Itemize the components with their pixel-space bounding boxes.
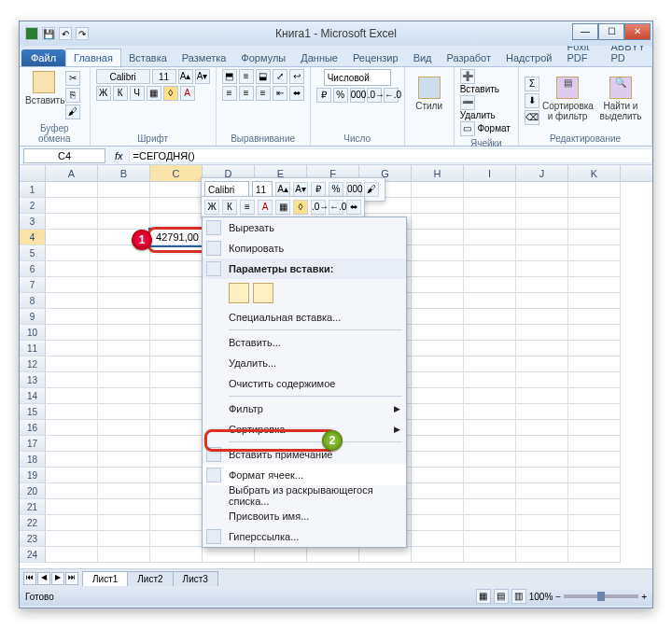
cell[interactable]: [464, 261, 516, 277]
cell[interactable]: [150, 261, 203, 277]
row-13[interactable]: 13: [20, 372, 46, 388]
row-22[interactable]: 22: [20, 515, 46, 531]
row-23[interactable]: 23: [20, 531, 46, 547]
thousands-icon[interactable]: 000: [350, 88, 365, 103]
cell[interactable]: [516, 404, 568, 420]
row-10[interactable]: 10: [20, 325, 46, 341]
align-right-icon[interactable]: ≡: [256, 86, 271, 101]
cell[interactable]: [46, 309, 98, 325]
cell[interactable]: [464, 356, 516, 372]
cell[interactable]: [568, 452, 621, 468]
cell[interactable]: [98, 372, 150, 388]
file-tab[interactable]: Файл: [21, 49, 65, 66]
cell[interactable]: [412, 452, 464, 468]
cell[interactable]: [150, 277, 203, 293]
cell[interactable]: [46, 214, 98, 230]
cell[interactable]: [568, 293, 621, 309]
cell[interactable]: [516, 436, 568, 452]
merge-icon[interactable]: ⬌: [289, 86, 304, 101]
cell[interactable]: [150, 404, 203, 420]
row-3[interactable]: 3: [20, 214, 46, 230]
row-8[interactable]: 8: [20, 293, 46, 309]
align-bottom-icon[interactable]: ⬓: [256, 69, 271, 84]
row-15[interactable]: 15: [20, 404, 46, 420]
cell[interactable]: [46, 341, 98, 356]
row-21[interactable]: 21: [20, 499, 46, 515]
cell[interactable]: [568, 325, 621, 341]
indent-dec-icon[interactable]: ⇤: [273, 86, 287, 101]
autosum-icon[interactable]: Σ: [525, 77, 539, 91]
row-2[interactable]: 2: [20, 198, 46, 214]
redo-icon[interactable]: ↷: [76, 27, 89, 40]
cell[interactable]: [412, 277, 464, 293]
ctx-hyperlink[interactable]: Гиперссылка...: [203, 526, 406, 547]
minimize-button[interactable]: —: [572, 23, 598, 40]
cell[interactable]: [203, 547, 255, 563]
mini-inc-decimal-icon[interactable]: .0→: [311, 200, 326, 215]
tab-view[interactable]: Вид: [406, 49, 440, 66]
cell[interactable]: [150, 483, 203, 499]
cell[interactable]: [464, 182, 516, 198]
cell[interactable]: [46, 325, 98, 341]
cell[interactable]: [412, 499, 464, 515]
tab-home[interactable]: Главная: [65, 49, 121, 66]
cell[interactable]: [568, 245, 621, 261]
cell[interactable]: [98, 325, 150, 341]
ctx-format-cells[interactable]: Формат ячеек...: [203, 465, 406, 485]
cell[interactable]: [568, 436, 621, 452]
fill-color-icon[interactable]: ◊: [163, 86, 178, 101]
mini-format-painter-icon[interactable]: 🖌: [364, 182, 379, 197]
cell[interactable]: [516, 261, 568, 277]
cell[interactable]: [150, 420, 203, 436]
ctx-insert[interactable]: Вставить...: [203, 332, 406, 353]
cell[interactable]: [412, 547, 464, 563]
row-11[interactable]: 11: [20, 341, 46, 356]
cell[interactable]: [568, 341, 621, 356]
cell[interactable]: [464, 372, 516, 388]
zoom-slider[interactable]: [564, 594, 638, 598]
cell[interactable]: [150, 531, 203, 547]
view-normal-icon[interactable]: ▦: [476, 589, 491, 604]
select-all-corner[interactable]: [20, 165, 46, 181]
cell[interactable]: [150, 198, 203, 214]
cell[interactable]: [98, 198, 150, 214]
row-20[interactable]: 20: [20, 483, 46, 499]
tab-layout[interactable]: Разметка: [175, 49, 234, 66]
cell[interactable]: [464, 499, 516, 515]
sheet-tab-2[interactable]: Лист2: [127, 571, 173, 586]
cell[interactable]: [568, 515, 621, 531]
cell[interactable]: [98, 341, 150, 356]
cell[interactable]: [98, 515, 150, 531]
mini-font-color-icon[interactable]: A: [258, 200, 273, 215]
cell[interactable]: [359, 547, 412, 563]
sheet-nav-prev[interactable]: ◀: [37, 572, 50, 585]
cell[interactable]: [516, 452, 568, 468]
border-icon[interactable]: ▦: [147, 86, 161, 101]
cell[interactable]: [98, 182, 150, 198]
cell[interactable]: [568, 214, 621, 230]
row-9[interactable]: 9: [20, 309, 46, 325]
undo-icon[interactable]: ↶: [59, 27, 72, 40]
row-6[interactable]: 6: [20, 261, 46, 277]
cell[interactable]: [568, 182, 621, 198]
cell[interactable]: [516, 420, 568, 436]
cell[interactable]: [568, 372, 621, 388]
row-16[interactable]: 16: [20, 420, 46, 436]
cell[interactable]: [98, 436, 150, 452]
cell[interactable]: [150, 341, 203, 356]
cell[interactable]: [568, 499, 621, 515]
cell[interactable]: [255, 547, 307, 563]
align-left-icon[interactable]: ≡: [222, 86, 237, 101]
cell[interactable]: [150, 293, 203, 309]
number-format-combo[interactable]: Числовой: [324, 69, 391, 86]
format-painter-icon[interactable]: 🖌: [65, 105, 80, 119]
cell[interactable]: [516, 547, 568, 563]
cell[interactable]: [412, 404, 464, 420]
grow-font-icon[interactable]: A▴: [178, 69, 193, 84]
view-layout-icon[interactable]: ▤: [494, 589, 509, 604]
formula-input[interactable]: =СЕГОДНЯ(): [129, 148, 652, 163]
cell[interactable]: [98, 261, 150, 277]
paste-option-2[interactable]: [253, 283, 273, 303]
cell[interactable]: [568, 309, 621, 325]
cell[interactable]: [98, 293, 150, 309]
